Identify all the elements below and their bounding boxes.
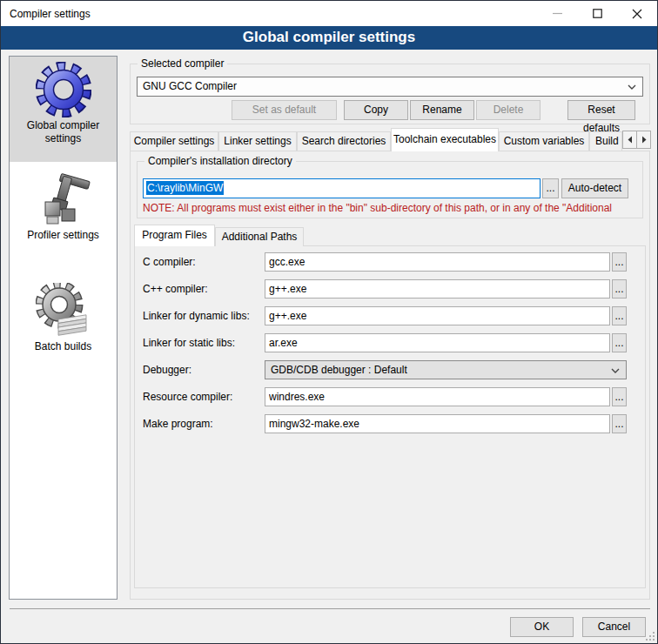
make-program-browse-button[interactable]: ...: [612, 414, 627, 433]
dynamic-linker-input[interactable]: [265, 306, 610, 325]
tab-linker-settings[interactable]: Linker settings: [218, 131, 297, 151]
chevron-down-icon: [611, 368, 620, 373]
sidebar-item-label: Profiler settings: [10, 229, 117, 242]
copy-button[interactable]: Copy: [344, 100, 408, 120]
subtab-program-files[interactable]: Program Files: [134, 225, 215, 246]
bin-subdirectory-note: NOTE: All programs must exist either in …: [143, 202, 643, 214]
tab-toolchain-executables[interactable]: Toolchain executables: [391, 128, 499, 151]
installation-directory-value: C:\raylib\MinGW: [146, 181, 224, 195]
cpp-compiler-browse-button[interactable]: ...: [612, 279, 627, 299]
auto-detect-button[interactable]: Auto-detect: [561, 178, 628, 198]
resource-compiler-label: Resource compiler:: [143, 391, 232, 403]
sidebar-item-batch-builds[interactable]: Batch builds: [10, 278, 117, 361]
arrow-right-icon: [641, 136, 647, 144]
settings-category-list: Global compiler settings: [9, 56, 118, 600]
compiler-settings-dialog: Compiler settings Global compiler settin…: [0, 0, 658, 644]
tab-build-options-clipped[interactable]: Build options: [589, 131, 622, 151]
static-linker-label: Linker for static libs:: [143, 337, 235, 349]
cpp-compiler-label: C++ compiler:: [143, 283, 208, 295]
gray-gear-stack-icon: [36, 283, 91, 339]
make-program-input[interactable]: [265, 414, 610, 433]
title-bar: Compiler settings: [1, 1, 657, 26]
debugger-label: Debugger:: [143, 364, 191, 376]
debugger-select[interactable]: GDB/CDB debugger : Default: [265, 360, 627, 379]
chevron-down-icon: [628, 84, 636, 90]
static-linker-browse-button[interactable]: ...: [612, 333, 627, 352]
resize-grip[interactable]: [646, 632, 655, 641]
page-title: Global compiler settings: [1, 26, 657, 50]
sidebar-item-profiler-settings[interactable]: Profiler settings: [10, 164, 117, 253]
static-linker-input[interactable]: [265, 333, 610, 352]
cancel-button[interactable]: Cancel: [582, 617, 646, 637]
resource-compiler-input[interactable]: [265, 387, 610, 406]
sidebar-item-label: Batch builds: [10, 340, 117, 353]
subtab-additional-paths[interactable]: Additional Paths: [215, 227, 304, 246]
sidebar-item-global-compiler-settings[interactable]: Global compiler settings: [10, 57, 117, 162]
maximize-button[interactable]: [578, 1, 617, 26]
selected-compiler-legend: Selected compiler: [138, 57, 227, 70]
close-icon: [632, 9, 642, 19]
c-compiler-browse-button[interactable]: ...: [612, 252, 627, 272]
make-program-label: Make program:: [143, 418, 213, 430]
arrow-left-icon: [628, 136, 633, 144]
tab-custom-variables[interactable]: Custom variables: [499, 131, 589, 151]
debugger-select-value: GDB/CDB debugger : Default: [271, 364, 407, 376]
tab-search-directories[interactable]: Search directories: [297, 131, 391, 151]
sidebar-item-label: Global compiler settings: [10, 119, 117, 145]
minimize-button[interactable]: [538, 1, 577, 26]
c-compiler-input[interactable]: [265, 252, 610, 272]
compiler-select[interactable]: GNU GCC Compiler: [137, 77, 643, 97]
tab-scroll-left-button[interactable]: [622, 131, 637, 149]
blue-gear-icon: [36, 62, 91, 117]
reset-defaults-button[interactable]: Reset defaults: [567, 100, 635, 120]
resource-compiler-browse-button[interactable]: ...: [612, 387, 627, 406]
dynamic-linker-browse-button[interactable]: ...: [612, 306, 627, 325]
delete-button[interactable]: Delete: [476, 100, 540, 120]
minimize-icon: [553, 9, 562, 18]
c-compiler-label: C compiler:: [143, 256, 196, 268]
tab-scroll-right-button[interactable]: [636, 131, 651, 149]
close-button[interactable]: [617, 1, 656, 26]
caliper-icon: [36, 171, 91, 227]
window-title: Compiler settings: [10, 8, 91, 20]
cpp-compiler-input[interactable]: [265, 279, 610, 299]
installation-directory-legend: Compiler's installation directory: [144, 155, 296, 167]
installation-directory-input[interactable]: C:\raylib\MinGW: [143, 178, 540, 198]
dynamic-linker-label: Linker for dynamic libs:: [143, 310, 250, 322]
rename-button[interactable]: Rename: [410, 100, 474, 120]
ok-button[interactable]: OK: [510, 617, 574, 637]
set-as-default-button[interactable]: Set as default: [232, 100, 337, 120]
browse-directory-button[interactable]: ...: [542, 178, 559, 198]
maximize-icon: [593, 9, 602, 18]
compiler-select-value: GNU GCC Compiler: [143, 80, 237, 92]
tab-compiler-settings[interactable]: Compiler settings: [130, 131, 218, 151]
footer-divider: [10, 608, 650, 609]
